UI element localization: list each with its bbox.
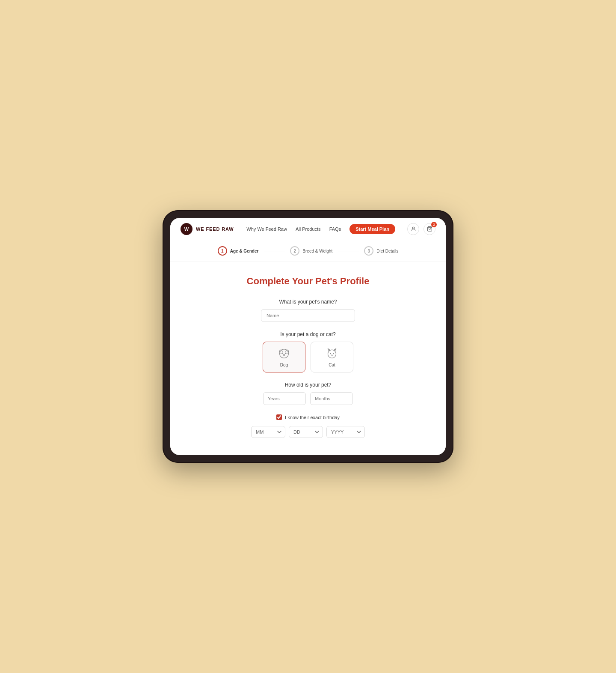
birthday-selects: MM 010203 040506 070809 101112 DD 010203…	[181, 426, 435, 438]
nav-link-why[interactable]: Why We Feed Raw	[246, 226, 287, 232]
svg-marker-9	[328, 348, 330, 351]
svg-point-6	[285, 353, 286, 354]
dog-option[interactable]: Dog	[263, 342, 305, 372]
step-3: 3 Diet Details	[364, 246, 398, 256]
brand-name: WE FEED RAW	[196, 226, 234, 232]
stepper-bar: 1 Age & Gender 2 Breed & Weight 3 Diet D…	[170, 240, 446, 262]
pet-name-group: What is your pet's name?	[181, 299, 435, 322]
svg-point-7	[283, 354, 285, 356]
nav-link-faqs[interactable]: FAQs	[329, 226, 341, 232]
step-2-circle: 2	[290, 246, 299, 256]
pet-type-label: Is your pet a dog or cat?	[181, 331, 435, 337]
account-button[interactable]	[407, 223, 419, 235]
cart-icon	[427, 226, 432, 232]
day-select[interactable]: DD 010203 040506 070809 101520 253031	[289, 426, 323, 438]
svg-marker-10	[334, 348, 336, 351]
svg-point-2	[280, 349, 289, 358]
age-fields	[181, 392, 435, 405]
svg-point-11	[330, 353, 331, 354]
start-meal-plan-button[interactable]: Start Meal Plan	[349, 224, 395, 234]
svg-point-5	[282, 353, 283, 354]
cat-label: Cat	[329, 363, 335, 367]
svg-point-12	[333, 353, 334, 354]
cart-button[interactable]: 2	[424, 223, 435, 235]
user-icon	[411, 226, 416, 232]
birthday-checkbox-row: I know their exact birthday	[181, 414, 435, 420]
cat-option[interactable]: Cat	[311, 342, 353, 372]
logo-icon: W	[181, 223, 192, 235]
step-1-label: Age & Gender	[230, 249, 259, 253]
step-1-circle: 1	[218, 246, 227, 256]
tablet-screen: W WE FEED RAW Why We Feed Raw All Produc…	[170, 218, 446, 455]
step-divider-1	[264, 251, 285, 251]
svg-point-13	[332, 354, 332, 355]
cat-icon	[325, 347, 339, 360]
month-select[interactable]: MM 010203 040506 070809 101112	[251, 426, 285, 438]
pet-type-group: Is your pet a dog or cat?	[181, 331, 435, 372]
step-3-circle: 3	[364, 246, 373, 256]
step-divider-2	[338, 251, 359, 251]
nav-link-products[interactable]: All Products	[296, 226, 321, 232]
svg-point-0	[412, 227, 414, 229]
years-input[interactable]	[263, 392, 306, 405]
age-label: How old is your pet?	[181, 382, 435, 388]
main-content: Complete Your Pet's Profile What is your…	[170, 262, 446, 455]
step-1: 1 Age & Gender	[218, 246, 259, 256]
step-2: 2 Breed & Weight	[290, 246, 332, 256]
dog-icon	[277, 347, 291, 360]
svg-point-8	[328, 350, 336, 358]
pet-name-label: What is your pet's name?	[181, 299, 435, 305]
dog-label: Dog	[280, 363, 288, 367]
pet-name-input[interactable]	[261, 309, 355, 322]
form-title: Complete Your Pet's Profile	[181, 276, 435, 287]
tablet-frame: W WE FEED RAW Why We Feed Raw All Produc…	[163, 210, 453, 463]
nav-links: Why We Feed Raw All Products FAQs Start …	[246, 223, 435, 235]
step-3-label: Diet Details	[376, 249, 398, 253]
cart-badge: 2	[431, 222, 437, 227]
year-select[interactable]: YYYY 202420232022 202120202019 201820172…	[326, 426, 365, 438]
age-group: How old is your pet?	[181, 382, 435, 405]
step-2-label: Breed & Weight	[302, 249, 332, 253]
pet-selector: Dog	[181, 342, 435, 372]
logo-area: W WE FEED RAW	[181, 223, 234, 235]
birthday-checkbox[interactable]	[276, 414, 282, 420]
birthday-checkbox-label[interactable]: I know their exact birthday	[285, 415, 340, 420]
nav-icons: 2	[407, 223, 435, 235]
navbar: W WE FEED RAW Why We Feed Raw All Produc…	[170, 218, 446, 240]
months-input[interactable]	[310, 392, 353, 405]
